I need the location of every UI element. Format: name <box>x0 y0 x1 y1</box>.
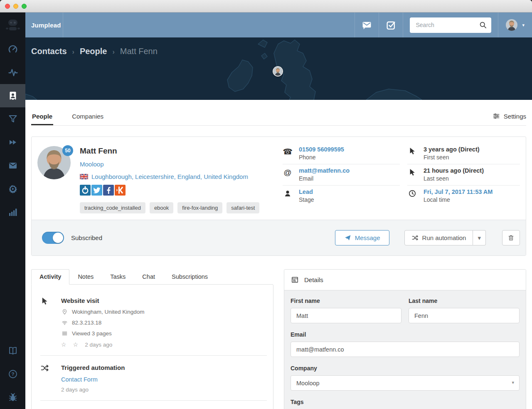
tag-pill[interactable]: tracking_code_installed <box>80 202 145 213</box>
activity-tabs: Activity Notes Tasks Chat Subscriptions <box>31 269 273 284</box>
facebook-link[interactable] <box>103 185 114 196</box>
help-icon: ? <box>8 369 18 379</box>
last-name-input[interactable] <box>409 308 520 323</box>
contact-location-marker[interactable] <box>273 66 283 77</box>
email-input[interactable] <box>291 342 520 357</box>
phone-value[interactable]: 01509 56099595 <box>299 146 344 153</box>
local-time-label: Local time <box>424 196 493 203</box>
tab-tasks[interactable]: Tasks <box>102 269 134 285</box>
first-name-label: First name <box>291 297 401 304</box>
details-form: First name Last name Email <box>284 290 526 409</box>
activity-item-website-visit: Website visit Wokingham, United Kingdom <box>40 289 268 355</box>
zoom-window-button[interactable] <box>22 4 27 9</box>
account-menu[interactable]: ▾ <box>498 12 532 37</box>
page-tabs: People Companies Settings <box>31 100 526 126</box>
envelope-icon <box>8 161 18 171</box>
fast-forward-icon <box>8 137 18 147</box>
gravatar-link[interactable] <box>80 185 91 196</box>
contact-avatar: 50 <box>37 146 71 179</box>
sidebar-item-dashboard[interactable] <box>0 37 25 61</box>
delete-contact-button[interactable] <box>502 230 520 245</box>
tab-people[interactable]: People <box>31 109 53 125</box>
sidebar-item-settings[interactable] <box>0 177 25 201</box>
details-panel: Details First name Last name <box>284 269 526 409</box>
minimize-window-button[interactable] <box>13 4 18 9</box>
tags-field: Tags ebook × fire-fox-landing × <box>291 399 520 409</box>
tab-activity[interactable]: Activity <box>31 269 69 285</box>
activity-panel: Activity Notes Tasks Chat Subscriptions <box>31 269 273 409</box>
star-icon[interactable]: ☆ <box>73 341 81 348</box>
activity-title: Conversion form <box>61 407 111 409</box>
app-logo[interactable] <box>0 12 25 37</box>
run-automation-button[interactable]: Run automation <box>404 230 473 245</box>
sidebar-item-analytics[interactable] <box>0 201 25 224</box>
sidebar-item-contacts[interactable] <box>0 84 25 107</box>
local-time-value: Fri, Jul 7, 2017 11:53 AM <box>424 188 493 195</box>
tag-pill[interactable]: safari-test <box>227 202 259 213</box>
close-window-button[interactable] <box>5 4 10 9</box>
activity-item-conversion: Conversion form <box>40 401 268 409</box>
messages-button[interactable] <box>355 12 379 37</box>
brand[interactable]: Jumplead <box>25 12 63 37</box>
contact-card-footer: Subscribed Message <box>32 220 526 255</box>
bug-icon <box>8 392 18 402</box>
sidebar-item-debug[interactable] <box>0 386 25 409</box>
email-row: @ matt@matfenn.co Email <box>283 164 400 186</box>
automation-time: 2 days ago <box>61 387 125 393</box>
map-pin-icon <box>61 309 68 315</box>
message-envelope-icon <box>362 20 372 30</box>
sidebar-item-funnels[interactable] <box>0 107 25 131</box>
klout-link[interactable] <box>115 185 126 196</box>
star-icon[interactable]: ☆ <box>61 341 69 348</box>
hero-map: Contacts › People › Matt Fenn <box>25 37 532 100</box>
pulse-icon <box>8 67 18 77</box>
pencil-icon <box>40 407 49 409</box>
twitter-link[interactable] <box>91 185 102 196</box>
uk-flag-icon <box>80 174 88 179</box>
tag-pill[interactable]: fire-fox-landing <box>177 202 222 213</box>
search-icon[interactable] <box>479 21 487 29</box>
email-value[interactable]: matt@matfenn.co <box>299 167 350 174</box>
tag-pill[interactable]: ebook <box>150 202 173 213</box>
sidebar-item-email[interactable] <box>0 154 25 177</box>
tab-notes[interactable]: Notes <box>69 269 102 285</box>
stage-value[interactable]: Lead <box>299 188 314 195</box>
sidebar-item-help[interactable]: ? <box>0 362 25 386</box>
contact-company-link[interactable]: Mooloop <box>80 161 259 168</box>
phone-label: Phone <box>299 154 344 161</box>
sidebar-item-docs[interactable] <box>0 339 25 362</box>
wifi-icon <box>61 320 68 326</box>
activity-time-line: ☆ ☆ 2 days ago <box>61 341 145 348</box>
macos-titlebar <box>0 0 532 12</box>
chevron-down-icon[interactable]: ▾ <box>512 380 514 385</box>
klout-icon <box>115 185 126 196</box>
breadcrumb-people[interactable]: People <box>80 47 107 56</box>
gravatar-icon <box>80 185 91 196</box>
topbar: Jumplead <box>25 12 532 37</box>
first-name-input[interactable] <box>291 308 401 323</box>
search-cell <box>403 12 498 37</box>
automation-link[interactable]: Contact Form <box>61 376 125 383</box>
sliders-icon <box>493 112 500 120</box>
shuffle-icon <box>411 234 419 241</box>
last-seen-row: 21 hours ago (Direct) Last seen <box>407 164 520 186</box>
email-label: Email <box>291 331 520 338</box>
phone-row: ☎ 01509 56099595 Phone <box>283 143 400 164</box>
tasks-button[interactable] <box>379 12 403 37</box>
message-button[interactable]: Message <box>335 230 389 245</box>
sidebar-item-activity[interactable] <box>0 61 25 84</box>
tab-chat[interactable]: Chat <box>134 269 163 285</box>
settings-button[interactable]: Settings <box>493 112 526 125</box>
breadcrumb-contacts[interactable]: Contacts <box>31 47 67 56</box>
run-automation-caret-button[interactable]: ▾ <box>473 230 486 245</box>
run-automation-label: Run automation <box>422 234 466 241</box>
details-title: Details <box>304 276 323 283</box>
tab-companies[interactable]: Companies <box>71 109 104 125</box>
visit-pages[interactable]: Viewed 3 pages <box>72 330 112 337</box>
sidebar-item-automation[interactable] <box>0 131 25 154</box>
company-select[interactable] <box>291 375 520 391</box>
contact-location-link[interactable]: Loughborough, Leicestershire, England, U… <box>80 173 259 180</box>
tab-subscriptions[interactable]: Subscriptions <box>163 269 216 285</box>
subscribed-toggle[interactable] <box>42 232 64 244</box>
trash-icon <box>507 234 515 241</box>
